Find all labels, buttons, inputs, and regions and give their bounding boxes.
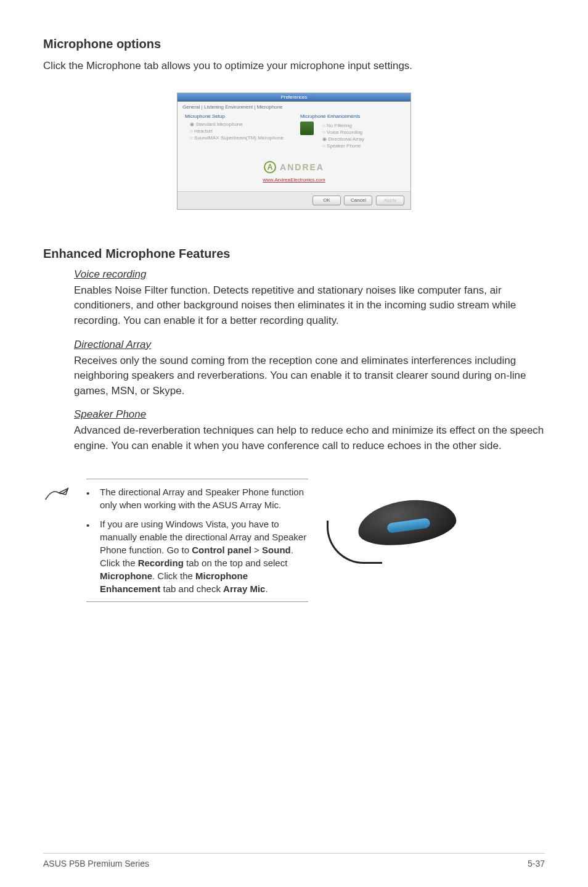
n2-mid4: tab and check <box>160 584 223 594</box>
opt-dir-array-label: Directional Array <box>328 136 364 142</box>
sub-directional-array-title: Directional Array <box>74 339 545 351</box>
n2-sound: Sound <box>262 545 291 555</box>
page-footer: ASUS P5B Premium Series 5-37 <box>43 853 545 868</box>
section-heading-mic-options: Microphone options <box>43 37 545 51</box>
enhance-icon-row: ○ No Filtering ○ Voice Recording ◉ Direc… <box>300 122 403 150</box>
sub-speaker-phone-body: Advanced de-reverberation techniques can… <box>74 423 545 453</box>
note-section: • The directional Array and Speaker Phon… <box>43 479 545 602</box>
sub-directional-array-body: Receives only the sound coming from the … <box>74 353 545 399</box>
opt-dir-array: ◉ Directional Array <box>322 136 364 142</box>
opt-no-filter-label: No Filtering <box>327 123 352 128</box>
n2-gt1: > <box>251 545 262 555</box>
bullet-dot-icon: • <box>86 518 91 595</box>
opt-superbeam: ○ SoundMAX Superbeam(TM) Microphone <box>190 135 288 141</box>
n2-recording: Recording <box>138 558 184 568</box>
mic-enhance-label: Microphone Enhancements <box>300 113 403 119</box>
dialog-content: Microphone Setup ◉ Standard Microphone ○… <box>178 110 410 155</box>
dialog-button-row: OK Cancel Apply <box>178 191 410 209</box>
andrea-logo-circle: A <box>264 161 276 173</box>
mic-setup-column: Microphone Setup ◉ Standard Microphone ○… <box>185 113 288 150</box>
mic-setup-label: Microphone Setup <box>185 113 288 119</box>
sub-voice-recording-title: Voice recording <box>74 268 545 281</box>
opt-speaker-phone-label: Speaker Phone <box>327 143 361 149</box>
opt-voice-rec: ○ Voice Recording <box>322 130 364 135</box>
apply-button[interactable]: Apply <box>376 196 404 205</box>
mic-enhance-column: Microphone Enhancements ○ No Filtering ○… <box>300 113 403 150</box>
n2-microphone: Microphone <box>100 571 152 581</box>
opt-no-filter: ○ No Filtering <box>322 123 364 128</box>
body-text-mic-options: Click the Microphone tab allows you to o… <box>43 59 545 74</box>
andrea-logo-text: ANDREA <box>280 162 324 172</box>
n2-control-panel: Control panel <box>192 545 251 555</box>
screenshot-container: Preferences General | Listening Environm… <box>43 93 545 210</box>
opt-standard-mic-label: Standard Microphone <box>195 122 243 127</box>
n2-mid3: . Click the <box>152 571 195 581</box>
n2-array-mic: Array Mic <box>223 584 265 594</box>
footer-left: ASUS P5B Premium Series <box>43 859 149 868</box>
opt-voice-rec-label: Voice Recording <box>327 130 362 135</box>
chip-icon <box>300 122 314 135</box>
cancel-button[interactable]: Cancel <box>344 196 372 205</box>
sub-voice-recording-body: Enables Noise Filter function. Detects r… <box>74 283 545 329</box>
dialog-titlebar: Preferences <box>178 93 410 102</box>
note-bullet-2: • If you are using Windows Vista, you ha… <box>86 518 308 595</box>
n2-end: . <box>265 584 267 594</box>
opt-headset: ○ Headset <box>190 128 288 134</box>
array-mic-photo <box>321 482 481 575</box>
andrea-logo-row: A ANDREA <box>178 155 410 177</box>
section-heading-enhanced-mic: Enhanced Microphone Features <box>43 247 545 261</box>
andrea-link: www.AndreaElectronics.com <box>178 177 410 191</box>
enhanced-mic-block: Voice recording Enables Noise Filter fun… <box>74 268 545 454</box>
dialog-tabs: General | Listening Environment | Microp… <box>178 102 410 110</box>
ok-button[interactable]: OK <box>312 196 341 205</box>
note-icon <box>43 479 74 505</box>
bullet-dot-icon: • <box>86 485 91 511</box>
opt-superbeam-label: SoundMAX Superbeam(TM) Microphone <box>194 135 284 141</box>
opt-headset-label: Headset <box>194 128 213 134</box>
preferences-dialog: Preferences General | Listening Environm… <box>177 93 411 210</box>
note-bullet-1: • The directional Array and Speaker Phon… <box>86 485 308 511</box>
andrea-logo: A ANDREA <box>264 161 324 173</box>
note-2-text: If you are using Windows Vista, you have… <box>100 518 308 595</box>
opt-speaker-phone: ○ Speaker Phone <box>322 143 364 149</box>
opt-standard-mic: ◉ Standard Microphone <box>190 122 288 127</box>
footer-right: 5-37 <box>528 859 545 868</box>
n2-mid2: tab on the top and select <box>184 558 287 568</box>
sub-speaker-phone-title: Speaker Phone <box>74 408 545 421</box>
note-text-column: • The directional Array and Speaker Phon… <box>86 479 308 602</box>
note-1-text: The directional Array and Speaker Phone … <box>100 485 308 511</box>
